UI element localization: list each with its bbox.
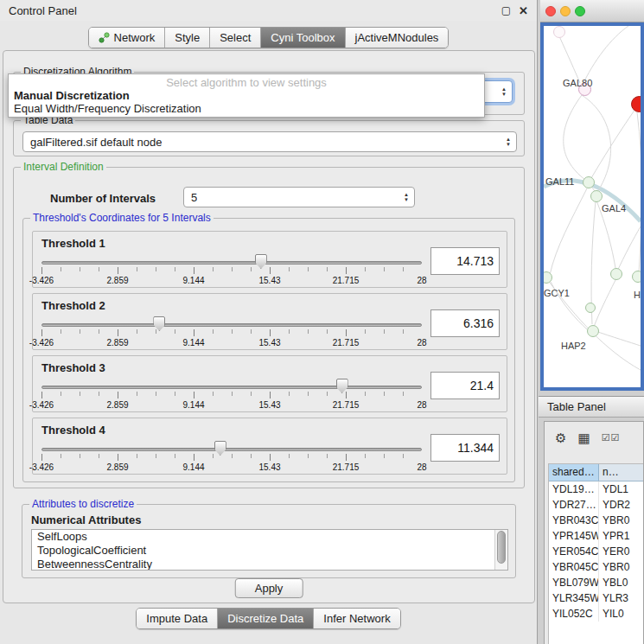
zoom-traffic-icon[interactable]: [575, 6, 585, 16]
float-window-icon[interactable]: ▢: [501, 5, 511, 16]
tab-infer-network[interactable]: Infer Network: [314, 609, 399, 628]
numerical-attributes-list[interactable]: SelfLoops TopologicalCoefficient Between…: [31, 529, 508, 571]
table-cell[interactable]: YBR0: [599, 513, 643, 528]
tab-cyni-toolbox[interactable]: Cyni Toolbox: [261, 28, 345, 48]
network-canvas[interactable]: GAL80 GAL11 GAL4 GCY1 HAP2 H: [540, 22, 644, 391]
threshold-2-panel: Threshold 2 -3.426 2.859 9.144 15.43 21.…: [32, 293, 507, 350]
scale-label: 28: [417, 276, 426, 285]
table-row[interactable]: YBR043CYBR0: [549, 513, 643, 528]
threshold-2-value-field[interactable]: [430, 309, 500, 337]
threshold-label: Threshold 4: [41, 424, 105, 437]
network-node[interactable]: [553, 26, 565, 38]
scale-label: 15.43: [258, 338, 280, 348]
table-row[interactable]: YLR345WYLR3: [549, 590, 643, 606]
close-window-icon[interactable]: ✕: [519, 5, 528, 16]
scale-label: -3.426: [29, 276, 54, 285]
gear-icon[interactable]: ⚙: [555, 431, 566, 444]
network-node[interactable]: [610, 268, 622, 280]
tab-impute-data[interactable]: Impute Data: [137, 609, 218, 628]
network-node-hap2[interactable]: [587, 325, 599, 337]
table-data-select[interactable]: galFiltered.sif default node ▲ ▼: [22, 131, 517, 152]
threshold-1-value-field[interactable]: [430, 247, 500, 275]
node-label: H: [634, 290, 641, 300]
table-row[interactable]: YDR27…YDR2: [549, 497, 643, 513]
list-scrollbar[interactable]: [494, 530, 507, 570]
network-node[interactable]: [632, 271, 644, 283]
table-row[interactable]: YIL052CYIL0: [549, 606, 643, 622]
tab-jactivemnodules[interactable]: jActiveMNodules: [346, 28, 449, 48]
scale-label: 28: [417, 400, 426, 410]
option-equal-width-frequency[interactable]: Equal Width/Frequency Discretization: [9, 102, 484, 115]
table-cell[interactable]: YDL19…: [549, 481, 599, 497]
network-node-gal4[interactable]: [590, 190, 603, 202]
close-traffic-icon[interactable]: [545, 6, 556, 16]
table-row[interactable]: YBL079WYBL0: [549, 575, 643, 590]
threshold-1-slider[interactable]: -3.426 2.859 9.144 15.43 21.715 28: [41, 256, 422, 287]
tab-select[interactable]: Select: [210, 28, 261, 48]
table-cell[interactable]: YPR1: [599, 528, 643, 544]
table-cell[interactable]: YBR045C: [549, 559, 599, 575]
column-header-name[interactable]: n…: [599, 464, 643, 481]
threshold-3-value-field[interactable]: [430, 372, 500, 399]
table-cell[interactable]: YPR145W: [549, 528, 599, 544]
table-panel-bar: Table Panel: [539, 396, 644, 418]
table-cell[interactable]: YER0: [599, 544, 643, 559]
table-cell[interactable]: YBL0: [599, 575, 643, 590]
columns-icon[interactable]: ▦: [577, 431, 590, 444]
threshold-2-slider[interactable]: -3.426 2.859 9.144 15.43 21.715 28: [41, 318, 422, 349]
tab-label: Network: [114, 31, 156, 44]
option-manual-discretization[interactable]: Manual Discretization: [9, 89, 484, 102]
table-cell[interactable]: YDR27…: [549, 497, 599, 513]
minimize-traffic-icon[interactable]: [560, 6, 571, 16]
column-header-shared-name[interactable]: shared…: [549, 464, 599, 481]
list-item[interactable]: TopologicalCoefficient: [32, 544, 507, 558]
table-cell[interactable]: YLR3: [599, 590, 643, 606]
table-row[interactable]: YPR145WYPR1: [549, 528, 643, 544]
table-cell[interactable]: YBL079W: [549, 575, 599, 590]
table-cell[interactable]: YBR0: [599, 559, 643, 575]
slider-track[interactable]: [41, 261, 422, 265]
slider-track[interactable]: [41, 448, 422, 451]
bottom-tab-row: Impute Data Discretize Data Infer Networ…: [0, 608, 537, 629]
tab-style[interactable]: Style: [165, 28, 210, 48]
node-label: GAL11: [545, 176, 574, 187]
network-node[interactable]: [585, 303, 596, 313]
table-cell[interactable]: YLR345W: [549, 590, 599, 606]
table-cell[interactable]: YER054C: [549, 544, 599, 559]
checkbox-icon[interactable]: ☑: [602, 433, 610, 443]
scale-label: 2.859: [106, 462, 128, 472]
tab-discretize-data[interactable]: Discretize Data: [218, 609, 314, 628]
selected-value: 5: [191, 191, 197, 204]
apply-button[interactable]: Apply: [235, 578, 303, 598]
tab-label: Infer Network: [323, 612, 390, 625]
network-node-selected[interactable]: [631, 96, 644, 112]
table-cell[interactable]: YBR043C: [549, 513, 599, 528]
table-cell[interactable]: YDR2: [599, 497, 643, 513]
threshold-3-slider[interactable]: -3.426 2.859 9.144 15.43 21.715 28: [41, 380, 422, 411]
list-item[interactable]: SelfLoops: [32, 530, 507, 544]
checkbox-icon[interactable]: ☑: [611, 433, 620, 443]
tab-label: Style: [175, 31, 200, 44]
scrollbar-thumb[interactable]: [497, 531, 506, 564]
list-item[interactable]: BetweennessCentrality: [32, 558, 507, 571]
node-label: GAL4: [602, 203, 626, 214]
table-row[interactable]: YDL19…YDL1: [549, 481, 643, 497]
threshold-4-slider[interactable]: -3.426 2.859 9.144 15.43 21.715 28: [41, 443, 422, 474]
scale-label: 2.859: [106, 276, 128, 285]
tab-label: Impute Data: [146, 612, 207, 625]
network-node-gal11[interactable]: [583, 176, 595, 188]
slider-track[interactable]: [41, 323, 422, 327]
threshold-1-panel: Threshold 1 -3.426 2.859 9.144 15.43 21.…: [32, 231, 507, 288]
number-of-intervals-select[interactable]: 5 ▲ ▼: [183, 187, 415, 207]
network-window-titlebar[interactable]: [540, 0, 644, 22]
table-cell[interactable]: YIL052C: [549, 606, 599, 622]
table-row[interactable]: YER054CYER0: [549, 544, 643, 559]
threshold-4-value-field[interactable]: [430, 434, 500, 462]
table-row[interactable]: YBR045CYBR0: [549, 559, 643, 575]
network-node-gcy1[interactable]: [540, 271, 552, 284]
slider-track[interactable]: [41, 386, 422, 389]
scale-label: 28: [417, 462, 426, 472]
tab-network[interactable]: Network: [89, 28, 166, 48]
table-cell[interactable]: YDL1: [599, 481, 643, 497]
table-cell[interactable]: YIL0: [599, 606, 643, 622]
